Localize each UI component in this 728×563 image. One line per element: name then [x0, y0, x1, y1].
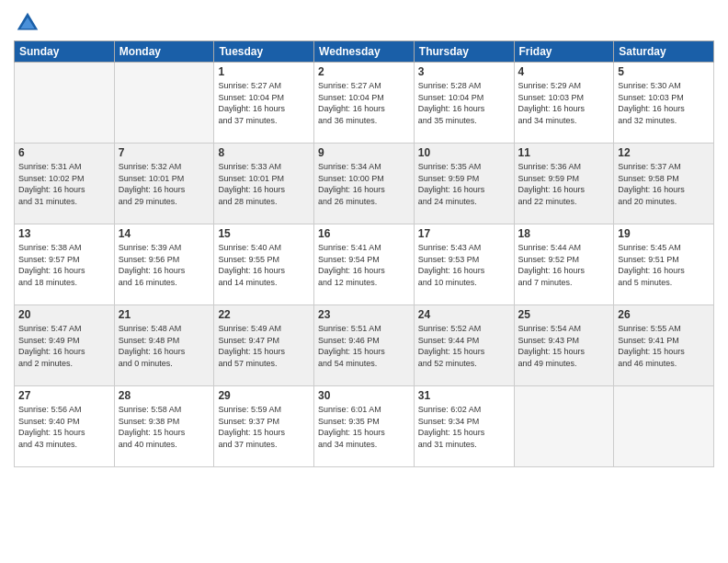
- day-info: Sunrise: 5:44 AM Sunset: 9:52 PM Dayligh…: [518, 242, 610, 288]
- day-number: 11: [518, 146, 610, 159]
- calendar-day-13: 13Sunrise: 5:38 AM Sunset: 9:57 PM Dayli…: [15, 224, 115, 305]
- calendar-day-26: 26Sunrise: 5:55 AM Sunset: 9:41 PM Dayli…: [614, 305, 714, 386]
- day-number: 23: [318, 308, 410, 321]
- calendar-day-28: 28Sunrise: 5:58 AM Sunset: 9:38 PM Dayli…: [114, 386, 214, 467]
- day-info: Sunrise: 5:58 AM Sunset: 9:38 PM Dayligh…: [119, 404, 210, 450]
- day-number: 27: [18, 389, 110, 402]
- day-number: 15: [218, 227, 310, 240]
- day-number: 12: [618, 146, 710, 159]
- calendar-week-row: 13Sunrise: 5:38 AM Sunset: 9:57 PM Dayli…: [15, 224, 714, 305]
- day-info: Sunrise: 5:59 AM Sunset: 9:37 PM Dayligh…: [218, 404, 310, 450]
- day-info: Sunrise: 5:48 AM Sunset: 9:48 PM Dayligh…: [119, 323, 210, 369]
- day-number: 17: [418, 227, 510, 240]
- day-info: Sunrise: 5:35 AM Sunset: 9:59 PM Dayligh…: [418, 161, 510, 207]
- calendar-week-row: 20Sunrise: 5:47 AM Sunset: 9:49 PM Dayli…: [15, 305, 714, 386]
- day-number: 16: [318, 227, 410, 240]
- day-info: Sunrise: 6:01 AM Sunset: 9:35 PM Dayligh…: [318, 404, 410, 450]
- calendar-day-3: 3Sunrise: 5:28 AM Sunset: 10:04 PM Dayli…: [414, 63, 514, 144]
- day-info: Sunrise: 5:54 AM Sunset: 9:43 PM Dayligh…: [518, 323, 610, 369]
- day-info: Sunrise: 5:56 AM Sunset: 9:40 PM Dayligh…: [18, 404, 110, 450]
- day-number: 7: [119, 146, 210, 159]
- day-info: Sunrise: 5:31 AM Sunset: 10:02 PM Daylig…: [18, 161, 110, 207]
- day-number: 2: [318, 65, 410, 78]
- calendar-day-14: 14Sunrise: 5:39 AM Sunset: 9:56 PM Dayli…: [114, 224, 214, 305]
- calendar-day-31: 31Sunrise: 6:02 AM Sunset: 9:34 PM Dayli…: [414, 386, 514, 467]
- calendar-day-17: 17Sunrise: 5:43 AM Sunset: 9:53 PM Dayli…: [414, 224, 514, 305]
- calendar-day-7: 7Sunrise: 5:32 AM Sunset: 10:01 PM Dayli…: [114, 144, 214, 224]
- day-header-monday: Monday: [114, 41, 214, 63]
- day-info: Sunrise: 5:36 AM Sunset: 9:59 PM Dayligh…: [518, 161, 610, 207]
- calendar-day-24: 24Sunrise: 5:52 AM Sunset: 9:44 PM Dayli…: [414, 305, 514, 386]
- calendar-empty-cell: [514, 386, 614, 467]
- calendar-header-row: SundayMondayTuesdayWednesdayThursdayFrid…: [15, 41, 714, 63]
- day-info: Sunrise: 5:39 AM Sunset: 9:56 PM Dayligh…: [119, 242, 210, 288]
- day-info: Sunrise: 5:49 AM Sunset: 9:47 PM Dayligh…: [218, 323, 310, 369]
- day-number: 5: [618, 65, 710, 78]
- day-number: 14: [119, 227, 210, 240]
- calendar-week-row: 27Sunrise: 5:56 AM Sunset: 9:40 PM Dayli…: [15, 386, 714, 467]
- day-number: 25: [518, 308, 610, 321]
- calendar-day-8: 8Sunrise: 5:33 AM Sunset: 10:01 PM Dayli…: [214, 144, 314, 224]
- day-header-wednesday: Wednesday: [314, 41, 415, 63]
- calendar-day-15: 15Sunrise: 5:40 AM Sunset: 9:55 PM Dayli…: [214, 224, 314, 305]
- day-number: 4: [518, 65, 610, 78]
- day-number: 19: [618, 227, 710, 240]
- day-number: 21: [119, 308, 210, 321]
- day-info: Sunrise: 5:45 AM Sunset: 9:51 PM Dayligh…: [618, 242, 710, 288]
- day-info: Sunrise: 5:27 AM Sunset: 10:04 PM Daylig…: [218, 80, 310, 126]
- day-info: Sunrise: 6:02 AM Sunset: 9:34 PM Dayligh…: [418, 404, 510, 450]
- calendar-empty-cell: [614, 386, 714, 467]
- calendar-empty-cell: [114, 63, 214, 144]
- day-info: Sunrise: 5:27 AM Sunset: 10:04 PM Daylig…: [318, 80, 410, 126]
- calendar-day-11: 11Sunrise: 5:36 AM Sunset: 9:59 PM Dayli…: [514, 144, 614, 224]
- calendar-day-12: 12Sunrise: 5:37 AM Sunset: 9:58 PM Dayli…: [614, 144, 714, 224]
- calendar-week-row: 1Sunrise: 5:27 AM Sunset: 10:04 PM Dayli…: [15, 63, 714, 144]
- day-info: Sunrise: 5:33 AM Sunset: 10:01 PM Daylig…: [218, 161, 310, 207]
- day-info: Sunrise: 5:43 AM Sunset: 9:53 PM Dayligh…: [418, 242, 510, 288]
- day-number: 18: [518, 227, 610, 240]
- calendar-day-27: 27Sunrise: 5:56 AM Sunset: 9:40 PM Dayli…: [15, 386, 115, 467]
- logo: [14, 9, 45, 37]
- calendar-day-25: 25Sunrise: 5:54 AM Sunset: 9:43 PM Dayli…: [514, 305, 614, 386]
- calendar-day-23: 23Sunrise: 5:51 AM Sunset: 9:46 PM Dayli…: [314, 305, 415, 386]
- calendar-day-19: 19Sunrise: 5:45 AM Sunset: 9:51 PM Dayli…: [614, 224, 714, 305]
- calendar-day-18: 18Sunrise: 5:44 AM Sunset: 9:52 PM Dayli…: [514, 224, 614, 305]
- day-info: Sunrise: 5:52 AM Sunset: 9:44 PM Dayligh…: [418, 323, 510, 369]
- day-number: 24: [418, 308, 510, 321]
- calendar-day-22: 22Sunrise: 5:49 AM Sunset: 9:47 PM Dayli…: [214, 305, 314, 386]
- day-number: 22: [218, 308, 310, 321]
- day-number: 8: [218, 146, 310, 159]
- day-number: 30: [318, 389, 410, 402]
- calendar-day-9: 9Sunrise: 5:34 AM Sunset: 10:00 PM Dayli…: [314, 144, 415, 224]
- day-info: Sunrise: 5:32 AM Sunset: 10:01 PM Daylig…: [119, 161, 210, 207]
- day-number: 9: [318, 146, 410, 159]
- day-info: Sunrise: 5:55 AM Sunset: 9:41 PM Dayligh…: [618, 323, 710, 369]
- day-info: Sunrise: 5:28 AM Sunset: 10:04 PM Daylig…: [418, 80, 510, 126]
- day-info: Sunrise: 5:29 AM Sunset: 10:03 PM Daylig…: [518, 80, 610, 126]
- day-info: Sunrise: 5:30 AM Sunset: 10:03 PM Daylig…: [618, 80, 710, 126]
- day-number: 26: [618, 308, 710, 321]
- calendar-day-10: 10Sunrise: 5:35 AM Sunset: 9:59 PM Dayli…: [414, 144, 514, 224]
- day-number: 6: [18, 146, 110, 159]
- day-info: Sunrise: 5:38 AM Sunset: 9:57 PM Dayligh…: [18, 242, 110, 288]
- calendar-day-16: 16Sunrise: 5:41 AM Sunset: 9:54 PM Dayli…: [314, 224, 415, 305]
- day-header-saturday: Saturday: [614, 41, 714, 63]
- logo-icon: [14, 9, 41, 37]
- day-number: 13: [18, 227, 110, 240]
- calendar-day-6: 6Sunrise: 5:31 AM Sunset: 10:02 PM Dayli…: [15, 144, 115, 224]
- day-info: Sunrise: 5:51 AM Sunset: 9:46 PM Dayligh…: [318, 323, 410, 369]
- calendar-day-2: 2Sunrise: 5:27 AM Sunset: 10:04 PM Dayli…: [314, 63, 415, 144]
- day-header-sunday: Sunday: [15, 41, 115, 63]
- page: SundayMondayTuesdayWednesdayThursdayFrid…: [0, 0, 728, 563]
- day-number: 28: [119, 389, 210, 402]
- calendar-day-29: 29Sunrise: 5:59 AM Sunset: 9:37 PM Dayli…: [214, 386, 314, 467]
- day-number: 31: [418, 389, 510, 402]
- calendar-day-30: 30Sunrise: 6:01 AM Sunset: 9:35 PM Dayli…: [314, 386, 415, 467]
- header: [14, 9, 714, 37]
- day-header-tuesday: Tuesday: [214, 41, 314, 63]
- day-number: 1: [218, 65, 310, 78]
- calendar-day-5: 5Sunrise: 5:30 AM Sunset: 10:03 PM Dayli…: [614, 63, 714, 144]
- calendar-week-row: 6Sunrise: 5:31 AM Sunset: 10:02 PM Dayli…: [15, 144, 714, 224]
- calendar-day-4: 4Sunrise: 5:29 AM Sunset: 10:03 PM Dayli…: [514, 63, 614, 144]
- calendar-day-20: 20Sunrise: 5:47 AM Sunset: 9:49 PM Dayli…: [15, 305, 115, 386]
